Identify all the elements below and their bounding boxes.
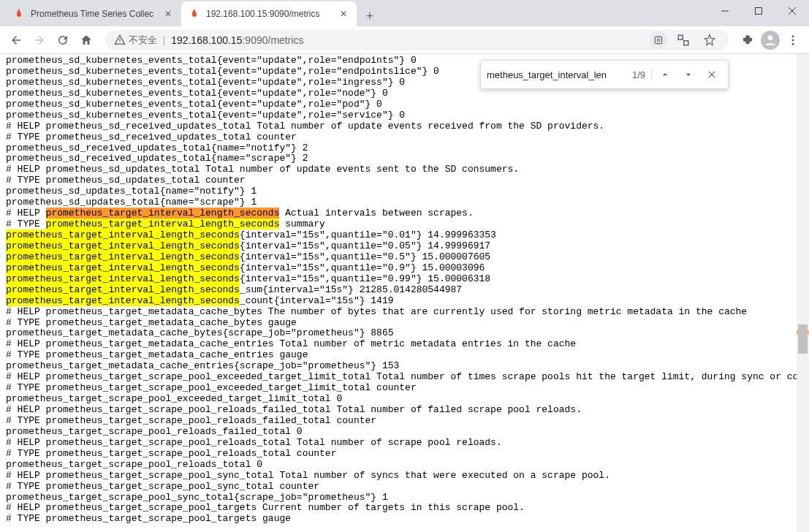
bookmark-icon[interactable] [699,30,720,50]
svg-rect-1 [756,8,762,15]
warning-icon [114,34,126,46]
tab-prometheus[interactable]: Prometheus Time Series Collec ✕ [6,1,181,26]
insecure-chip[interactable]: 不安全 [114,34,157,47]
flame-icon [13,8,25,20]
metrics-text[interactable]: prometheus_sd_kubernetes_events_total{ev… [0,54,809,526]
new-tab-button[interactable]: + [360,6,380,26]
insecure-label: 不安全 [129,34,157,47]
svg-point-5 [119,42,120,42]
close-icon[interactable]: ✕ [162,8,174,20]
find-input[interactable] [487,69,629,80]
svg-point-10 [792,39,794,41]
flame-icon [189,8,200,20]
maximize-button[interactable] [742,0,775,22]
vertical-scrollbar[interactable] [797,54,809,532]
back-button[interactable] [6,30,26,50]
tab-metrics[interactable]: 192.168.100.15:9090/metrics ✕ [181,1,357,26]
close-button[interactable] [775,0,809,22]
scrollbar-thumb[interactable] [798,324,808,354]
url-text: 192.168.100.15:9090/metrics [171,34,644,46]
svg-point-9 [792,35,794,37]
extensions-icon[interactable] [737,30,758,50]
minimize-button[interactable] [708,0,742,22]
forward-button[interactable] [29,30,50,50]
close-icon[interactable]: ✕ [338,8,349,20]
find-prev-button[interactable] [655,64,675,85]
find-in-page-bar: 1/9 [480,60,729,89]
window-controls [708,0,809,22]
tab-title: Prometheus Time Series Collec [31,9,156,19]
svg-point-7 [657,39,660,42]
omnibox[interactable]: 不安全 | 192.168.100.15:9090/metrics [105,30,729,50]
find-close-button[interactable] [702,64,722,85]
svg-point-11 [792,42,794,45]
tab-title: 192.168.100.15:9090/metrics [206,9,332,19]
page-content: prometheus_sd_kubernetes_events_total{ev… [0,54,809,532]
toolbar: 不安全 | 192.168.100.15:9090/metrics [0,26,809,54]
find-count: 1/9 [632,69,652,80]
lens-icon[interactable] [650,31,667,49]
svg-point-8 [768,35,773,40]
find-next-button[interactable] [678,64,699,85]
tabstrip: Prometheus Time Series Collec ✕ 192.168.… [0,0,809,26]
profile-avatar[interactable] [761,31,780,50]
svg-rect-6 [655,37,661,43]
translate-icon[interactable] [673,30,694,50]
reload-button[interactable] [53,30,73,50]
menu-icon[interactable] [783,30,803,50]
home-button[interactable] [76,30,96,50]
